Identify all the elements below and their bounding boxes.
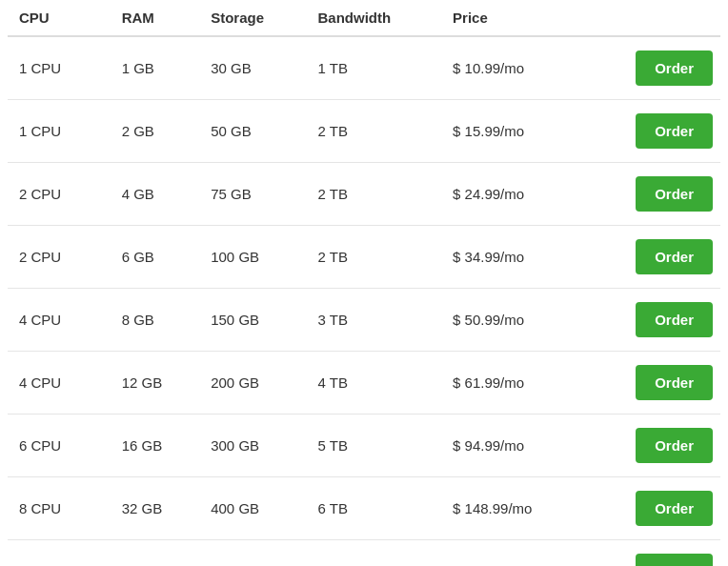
cell-order: Order — [585, 226, 720, 289]
cell-ram: 6 GB — [111, 226, 200, 289]
cell-price: $ 250.99/mo — [441, 540, 585, 567]
header-cpu: CPU — [8, 0, 111, 36]
cell-bandwidth: 2 TB — [307, 100, 442, 163]
cell-ram: 2 GB — [111, 100, 200, 163]
cell-cpu: 2 CPU — [8, 226, 111, 289]
cell-order: Order — [585, 289, 720, 352]
cell-ram: 12 GB — [111, 352, 200, 414]
cell-cpu: 2 CPU — [8, 163, 111, 226]
order-button[interactable]: Order — [636, 554, 713, 566]
cell-ram: 64 GB — [111, 540, 200, 567]
cell-ram: 32 GB — [111, 477, 200, 540]
cell-price: $ 61.99/mo — [441, 352, 585, 414]
cell-order: Order — [585, 163, 720, 226]
order-button[interactable]: Order — [636, 176, 713, 212]
table-row: 1 CPU1 GB30 GB1 TB$ 10.99/moOrder — [8, 36, 720, 100]
cell-price: $ 24.99/mo — [441, 163, 585, 226]
cell-price: $ 94.99/mo — [441, 414, 585, 477]
cell-bandwidth: 2 TB — [307, 163, 442, 226]
cell-bandwidth: 8 TB — [307, 540, 442, 567]
cell-cpu: 1 CPU — [8, 100, 111, 163]
cell-price: $ 50.99/mo — [441, 289, 585, 352]
header-ram: RAM — [111, 0, 200, 36]
cell-price: $ 15.99/mo — [441, 100, 585, 163]
cell-storage: 75 GB — [199, 163, 306, 226]
order-button[interactable]: Order — [636, 239, 713, 274]
cell-storage: 400 GB — [199, 477, 306, 540]
order-button[interactable]: Order — [636, 491, 713, 526]
table-header-row: CPU RAM Storage Bandwidth Price — [8, 0, 720, 36]
cell-storage: 300 GB — [199, 414, 306, 477]
cell-cpu: 12 CPU — [8, 540, 111, 567]
table-row: 8 CPU32 GB400 GB6 TB$ 148.99/moOrder — [8, 477, 720, 540]
cell-cpu: 4 CPU — [8, 289, 111, 352]
header-storage: Storage — [199, 0, 306, 36]
order-button[interactable]: Order — [636, 428, 713, 463]
cell-storage: 150 GB — [199, 289, 306, 352]
order-button[interactable]: Order — [636, 113, 713, 149]
cell-bandwidth: 2 TB — [307, 226, 442, 289]
cell-bandwidth: 4 TB — [307, 352, 442, 414]
order-button[interactable]: Order — [636, 51, 713, 86]
pricing-table-container: CPU RAM Storage Bandwidth Price 1 CPU1 G… — [0, 0, 728, 566]
table-row: 2 CPU4 GB75 GB2 TB$ 24.99/moOrder — [8, 163, 720, 226]
cell-ram: 16 GB — [111, 414, 200, 477]
cell-order: Order — [585, 414, 720, 477]
header-action — [585, 0, 720, 36]
order-button[interactable]: Order — [636, 365, 713, 400]
cell-cpu: 1 CPU — [8, 36, 111, 100]
cell-storage: 200 GB — [199, 352, 306, 414]
header-bandwidth: Bandwidth — [307, 0, 442, 36]
cell-storage: 500 GB — [199, 540, 306, 567]
cell-ram: 4 GB — [111, 163, 200, 226]
header-price: Price — [441, 0, 585, 36]
cell-cpu: 4 CPU — [8, 352, 111, 414]
table-row: 12 CPU64 GB500 GB8 TB$ 250.99/moOrder — [8, 540, 720, 567]
order-button[interactable]: Order — [636, 302, 713, 337]
cell-storage: 50 GB — [199, 100, 306, 163]
cell-price: $ 148.99/mo — [441, 477, 585, 540]
cell-order: Order — [585, 477, 720, 540]
cell-storage: 100 GB — [199, 226, 306, 289]
cell-order: Order — [585, 540, 720, 567]
cell-order: Order — [585, 352, 720, 414]
cell-price: $ 34.99/mo — [441, 226, 585, 289]
cell-bandwidth: 5 TB — [307, 414, 442, 477]
cell-order: Order — [585, 100, 720, 163]
cell-storage: 30 GB — [199, 36, 306, 100]
table-row: 4 CPU12 GB200 GB4 TB$ 61.99/moOrder — [8, 352, 720, 414]
table-row: 2 CPU6 GB100 GB2 TB$ 34.99/moOrder — [8, 226, 720, 289]
cell-bandwidth: 3 TB — [307, 289, 442, 352]
cell-cpu: 6 CPU — [8, 414, 111, 477]
pricing-table: CPU RAM Storage Bandwidth Price 1 CPU1 G… — [8, 0, 720, 566]
cell-cpu: 8 CPU — [8, 477, 111, 540]
cell-bandwidth: 6 TB — [307, 477, 442, 540]
cell-ram: 8 GB — [111, 289, 200, 352]
table-row: 6 CPU16 GB300 GB5 TB$ 94.99/moOrder — [8, 414, 720, 477]
table-row: 1 CPU2 GB50 GB2 TB$ 15.99/moOrder — [8, 100, 720, 163]
cell-price: $ 10.99/mo — [441, 36, 585, 100]
cell-ram: 1 GB — [111, 36, 200, 100]
cell-order: Order — [585, 36, 720, 100]
table-row: 4 CPU8 GB150 GB3 TB$ 50.99/moOrder — [8, 289, 720, 352]
cell-bandwidth: 1 TB — [307, 36, 442, 100]
